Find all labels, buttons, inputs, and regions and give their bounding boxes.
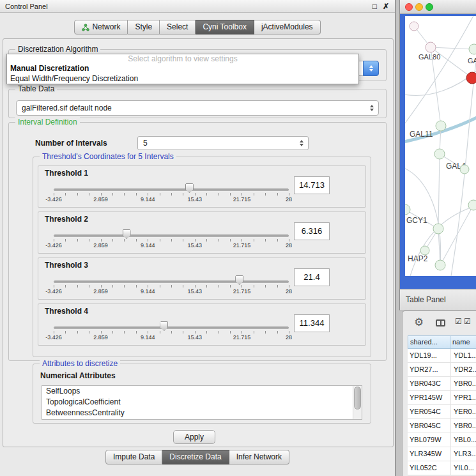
table-cell: YBL0... <box>450 433 476 447</box>
algorithm-option-manual-discretization[interactable]: Manual Discretization <box>7 63 358 73</box>
network-node[interactable] <box>466 72 476 84</box>
tab-label: Network <box>92 20 120 34</box>
slider-scale-label: 15.43 <box>188 334 203 341</box>
table-cell: YDR27... <box>410 363 438 376</box>
top-tab-bar: NetworkStyleSelectCyni ToolboxjActiveMod… <box>0 20 395 35</box>
threshold-value-field[interactable]: 21.4 <box>294 268 330 286</box>
restore-window-icon[interactable]: □ <box>372 0 377 13</box>
table-column-header-name[interactable]: name <box>450 335 476 349</box>
threshold-panel-4: Threshold 411.344-3.4262.8599.14415.4321… <box>38 303 366 346</box>
slider-scale-label: 9.144 <box>141 334 155 341</box>
slider-track[interactable] <box>54 188 289 191</box>
threshold-panel-2: Threshold 26.316-3.4262.8599.14415.4321.… <box>38 211 366 254</box>
table-cell: YER0... <box>450 405 476 418</box>
interval-definition-legend: Interval Definition <box>15 118 80 127</box>
table-row[interactable]: YBR043CYBR0... <box>408 377 476 391</box>
network-canvas[interactable]: GAL80GAGAL11GAL4GCY1HAP2 <box>405 16 476 276</box>
slider-scale-label: 21.715 <box>233 196 251 203</box>
zoom-traffic-light-icon[interactable] <box>426 3 433 11</box>
minimize-traffic-light-icon[interactable] <box>415 3 423 11</box>
algorithm-option-equal-width-frequency-discretization[interactable]: Equal Width/Frequency Discretization <box>7 73 358 84</box>
slider-track[interactable] <box>54 234 289 237</box>
slider-track[interactable] <box>54 280 289 283</box>
table-row[interactable]: YIL052CYIL0... <box>408 461 476 475</box>
gear-icon[interactable]: ⚙ <box>414 316 424 329</box>
network-node-ga[interactable] <box>469 44 476 54</box>
network-node-gal11[interactable] <box>436 121 446 131</box>
slider-scale-label: 21.715 <box>233 242 251 249</box>
apply-button[interactable]: Apply <box>173 430 215 444</box>
slider-thumb[interactable] <box>235 275 243 285</box>
combobox-stepper-icon[interactable] <box>363 61 379 76</box>
table-row[interactable]: YDL19...YDL1... <box>408 349 476 363</box>
table-row[interactable]: YDR27...YDR2... <box>408 363 476 377</box>
attribute-list-item[interactable]: TopologicalCoefficient <box>42 397 362 408</box>
network-node[interactable] <box>460 165 469 174</box>
slider-track[interactable] <box>54 326 289 329</box>
tab-network[interactable]: Network <box>74 20 128 35</box>
slider-scale-label: 9.144 <box>141 196 155 203</box>
checkbox-icon[interactable]: ☑ <box>464 317 471 326</box>
table-panel-title: Table Panel <box>406 289 446 310</box>
bottom-tab-discretize-data[interactable]: Discretize Data <box>162 450 229 464</box>
slider-thumb[interactable] <box>160 321 168 331</box>
table-cell: YDL19... <box>410 349 437 362</box>
threshold-panel-3: Threshold 321.4-3.4262.8599.14415.4321.7… <box>38 257 366 300</box>
network-node-gal80[interactable] <box>426 42 436 52</box>
network-node[interactable] <box>410 22 418 31</box>
close-window-icon[interactable]: ✗ <box>383 0 389 13</box>
table-row[interactable]: YPR145WYPR1... <box>408 391 476 405</box>
table-column-header-shared-[interactable]: shared... <box>408 335 450 349</box>
slider-scale-label: 21.715 <box>233 288 251 295</box>
network-node-hap2[interactable] <box>420 246 429 255</box>
bottom-tab-infer-network[interactable]: Infer Network <box>229 450 289 464</box>
attribute-list-item[interactable]: BetweennessCentrality <box>42 408 362 418</box>
attribute-list-item[interactable]: SelfLoops <box>42 386 362 397</box>
slider-thumb[interactable] <box>123 229 131 239</box>
network-desktop: GAL80GAGAL11GAL4GCY1HAP2 <box>400 14 476 289</box>
tab-cyni-toolbox[interactable]: Cyni Toolbox <box>196 20 254 35</box>
tab-jactivemodules[interactable]: jActiveModules <box>254 20 321 35</box>
slider-scale-label: 2.859 <box>93 196 108 203</box>
number-of-intervals-combobox[interactable]: 5 <box>137 136 309 150</box>
threshold-value-field[interactable]: 11.344 <box>294 314 330 332</box>
combobox-arrows-icon <box>300 140 303 146</box>
slider-ticks <box>54 239 289 242</box>
scrollbar-thumb-icon[interactable] <box>354 387 361 410</box>
table-row[interactable]: YBR045CYBR0... <box>408 419 476 433</box>
tab-label: Cyni Toolbox <box>203 20 246 34</box>
slider-scale-label: 15.43 <box>188 288 203 295</box>
slider-scale-label: 28 <box>286 288 292 295</box>
table-row[interactable]: YLR345WYLR3... <box>408 447 476 461</box>
bottom-tab-impute-data[interactable]: Impute Data <box>105 450 162 464</box>
network-edge <box>431 47 472 78</box>
threshold-value-field[interactable]: 6.316 <box>294 222 330 240</box>
slider-scale-label: -3.426 <box>45 334 62 341</box>
network-graph[interactable]: GAL80GAGAL11GAL4GCY1HAP2 <box>405 16 476 276</box>
attributes-scrollbar[interactable] <box>353 386 362 419</box>
network-node[interactable] <box>433 224 443 234</box>
network-view-window: GAL80GAGAL11GAL4GCY1HAP2 <box>399 0 476 289</box>
checkbox-icon[interactable]: ☑ <box>455 317 462 326</box>
slider-scale-label: 2.859 <box>93 242 108 249</box>
table-row[interactable]: YER054CYER0... <box>408 405 476 419</box>
threshold-value-field[interactable]: 14.713 <box>294 176 330 194</box>
slider-ticks <box>54 193 289 196</box>
tab-style[interactable]: Style <box>128 20 160 35</box>
show-columns-icon[interactable] <box>436 319 445 326</box>
network-node[interactable] <box>435 260 445 270</box>
table-data-combobox[interactable]: galFiltered.sif default node <box>16 100 379 116</box>
slider-scale-label: 2.859 <box>93 288 108 295</box>
network-node-gal4[interactable] <box>434 149 445 159</box>
slider-thumb[interactable] <box>185 183 194 193</box>
slider-scale-label: -3.426 <box>45 242 62 249</box>
close-traffic-light-icon[interactable] <box>405 3 413 11</box>
network-node[interactable] <box>468 200 476 210</box>
control-panel-window: Control Panel □ ✗ NetworkStyleSelectCyni… <box>0 0 396 476</box>
slider-scale-label: 9.144 <box>141 288 155 295</box>
numerical-attributes-list[interactable]: SelfLoopsTopologicalCoefficientBetweenne… <box>42 385 362 420</box>
table-row[interactable]: YBL079WYBL0... <box>408 433 476 447</box>
network-node-gcy1[interactable] <box>405 204 410 215</box>
threshold-label: Threshold 4 <box>45 307 88 316</box>
tab-select[interactable]: Select <box>160 20 196 35</box>
